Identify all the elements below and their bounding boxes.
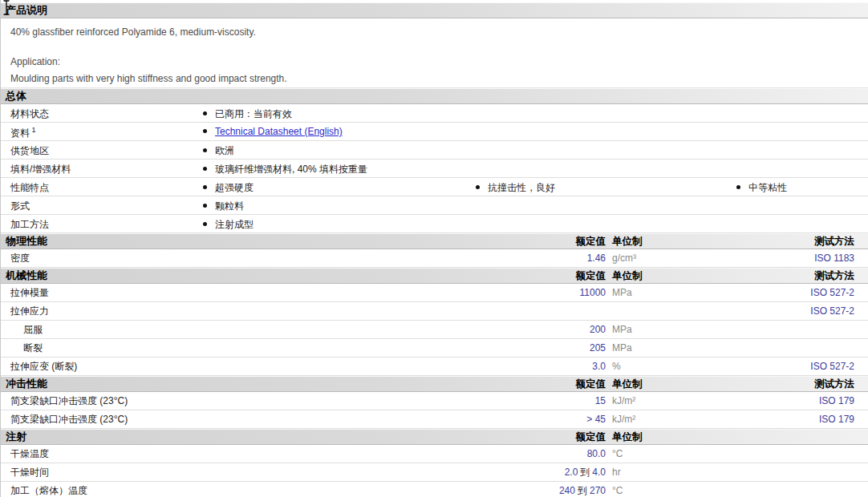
column-header-rated-value: 额定值 [485, 269, 606, 283]
bullet-icon [203, 204, 207, 208]
property-label: 拉伸模量 [1, 286, 485, 300]
property-row: 密度1.46g/cm³ISO 1183 [1, 249, 868, 268]
column-header-unit-system: 单位制 [606, 269, 752, 283]
general-rows-container: 材料状态已商用：当前有效资料 1Technical Datasheet (Eng… [1, 104, 868, 233]
property-value: 1.46 [485, 253, 606, 264]
section-title: 总体 [1, 89, 868, 103]
bullet-item-text: 玻璃纤维增强材料, 40% 填料按重量 [215, 164, 367, 175]
column-header-test-method: 测试方法 [752, 377, 868, 391]
bullet-item: 颗粒料 [203, 200, 244, 213]
row-label: 加工方法 [10, 218, 49, 232]
section-title: 冲击性能 [1, 377, 485, 391]
range-joiner: 到 [575, 485, 590, 496]
property-value: 3.0 [485, 361, 606, 372]
bullet-icon [736, 185, 740, 189]
bullet-icon [203, 167, 207, 171]
section-header-1: 机械性能额定值单位制测试方法 [1, 268, 868, 284]
bullet-item: 中等粘性 [736, 181, 787, 195]
value-number-2: 4.0 [592, 467, 606, 478]
property-row: 简支梁缺口冲击强度 (23°C)> 45kJ/m²ISO 179 [1, 410, 868, 429]
section-title: 物理性能 [1, 234, 485, 248]
property-row: 简支梁缺口冲击强度 (23°C)15kJ/m²ISO 179 [1, 392, 868, 410]
column-header-unit-system: 单位制 [606, 234, 752, 248]
section-title: 产品说明 [1, 3, 868, 18]
row-label: 材料状态 [10, 107, 49, 121]
value-number-2: 270 [590, 485, 606, 496]
property-label: 拉伸应力 [1, 305, 485, 318]
text-cursor-icon [2, 0, 10, 16]
property-unit: hr [606, 467, 752, 478]
column-header-rated-value: 额定值 [485, 234, 606, 248]
property-unit: kJ/m² [606, 395, 752, 406]
property-value: > 45 [485, 414, 606, 425]
section-header-general: 总体 [1, 88, 868, 104]
property-test-method: ISO 527-2 [752, 305, 868, 317]
value-number: 15 [595, 395, 606, 406]
column-header-rated-value: 额定值 [485, 430, 606, 444]
property-label: 简支梁缺口冲击强度 (23°C) [1, 394, 485, 408]
bullet-item-text: 抗撞击性，良好 [488, 182, 555, 193]
technical-datasheet-link[interactable]: Technical Datasheet (English) [215, 126, 343, 137]
value-number: > 45 [586, 414, 606, 425]
value-number: 240 [559, 485, 575, 496]
property-row: 加工（熔体）温度240到270°C [1, 482, 868, 497]
property-value: 200 [485, 324, 606, 335]
bullet-item: 注射成型 [203, 218, 254, 232]
application-label: Application: [1, 38, 868, 67]
bullet-icon [476, 185, 480, 189]
property-unit: °C [606, 448, 752, 459]
property-test-method: ISO 179 [752, 414, 868, 425]
property-value: 15 [485, 395, 606, 406]
product-description-block: 40% glassfiber reinforced Polyamide 6, m… [1, 18, 868, 88]
column-header-unit-system: 单位制 [606, 377, 752, 391]
property-label: 加工（熔体）温度 [1, 484, 485, 497]
row-label: 填料/增强材料 [10, 163, 71, 176]
section-title: 机械性能 [1, 269, 485, 283]
general-row: 加工方法注射成型 [1, 215, 868, 233]
property-label: 干燥时间 [1, 466, 485, 479]
bullet-item-text: 颗粒料 [215, 200, 244, 212]
property-sections-container: 物理性能额定值单位制测试方法密度1.46g/cm³ISO 1183机械性能额定值… [1, 233, 868, 497]
property-row: 干燥温度80.0°C [1, 445, 868, 463]
property-label: 屈服 [1, 323, 485, 337]
property-value: 2.0到4.0 [485, 466, 606, 479]
section-header-3: 注射额定值单位制 [1, 429, 868, 445]
property-label: 简支梁缺口冲击强度 (23°C) [1, 413, 485, 426]
row-label: 供货地区 [10, 144, 49, 158]
section-header-product-description: 产品说明 [1, 2, 868, 18]
property-label: 密度 [1, 252, 485, 265]
column-header-test-method: 测试方法 [752, 269, 868, 283]
bullet-item: 超强硬度 [203, 181, 254, 195]
property-unit: MPa [606, 342, 752, 354]
property-row: 拉伸应变 (断裂)3.0%ISO 527-2 [1, 358, 868, 376]
property-unit: MPa [606, 324, 752, 335]
property-row: 拉伸应力ISO 527-2 [1, 302, 868, 321]
value-number: 205 [590, 342, 606, 354]
property-row: 干燥时间2.0到4.0hr [1, 463, 868, 482]
property-unit: °C [606, 485, 752, 496]
value-number: 200 [590, 324, 606, 335]
general-row: 填料/增强材料玻璃纤维增强材料, 40% 填料按重量 [1, 160, 868, 178]
property-value: 80.0 [485, 448, 606, 459]
property-test-method: ISO 179 [752, 395, 868, 406]
property-test-method: ISO 527-2 [752, 287, 868, 298]
property-unit: % [606, 361, 752, 372]
bullet-item-text: 欧洲 [215, 145, 234, 156]
application-text: Moulding parts with very high stiffness … [1, 67, 868, 84]
property-row: 断裂205MPa [1, 339, 868, 358]
value-number: 80.0 [587, 448, 606, 459]
section-title: 注射 [1, 430, 485, 444]
property-value: 205 [485, 342, 606, 354]
value-number: 3.0 [592, 361, 606, 372]
property-label: 拉伸应变 (断裂) [1, 360, 485, 374]
product-description-text: 40% glassfiber reinforced Polyamide 6, m… [1, 18, 868, 38]
bullet-item: Technical Datasheet (English) [203, 126, 343, 137]
footnote-marker: 1 [30, 126, 36, 134]
bullet-item: 已商用：当前有效 [203, 107, 292, 121]
section-header-2: 冲击性能额定值单位制测试方法 [1, 376, 868, 392]
property-label: 干燥温度 [1, 447, 485, 461]
general-row: 供货地区欧洲 [1, 141, 868, 160]
property-value: 11000 [485, 287, 606, 298]
row-label: 性能特点 [10, 181, 49, 195]
value-number: 2.0 [565, 467, 578, 478]
